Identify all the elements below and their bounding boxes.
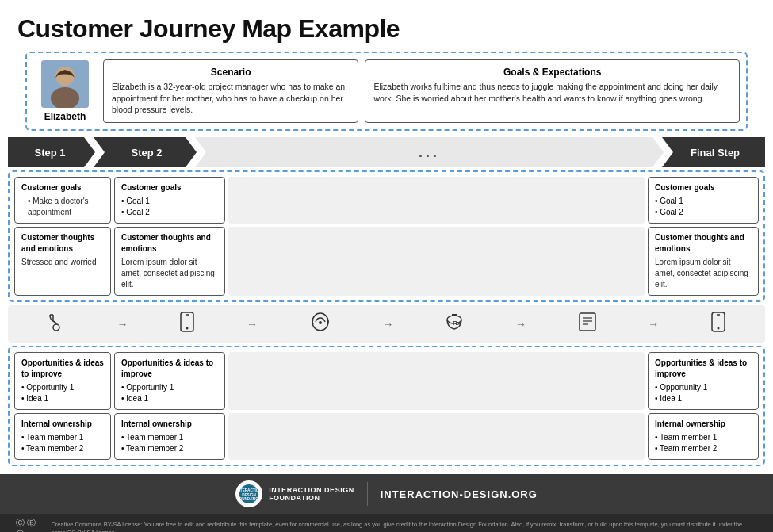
col1-goals-item1: Make a doctor's appointment (21, 196, 104, 218)
persona-name: Elizabeth (44, 111, 86, 122)
footer-url: INTERACTION-DESIGN.ORG (381, 488, 538, 500)
touchpoint-call-icon (308, 312, 332, 336)
top-section: Elizabeth Scenario Elizabeth is a 32-yea… (25, 52, 748, 131)
tp-arrow-2: → (247, 318, 258, 331)
final-step-arrow: Final Step (662, 137, 765, 167)
svg-point-7 (186, 327, 189, 330)
col1-own-title: Internal ownership (21, 419, 104, 430)
step-1-arrow: Step 1 (8, 137, 95, 167)
col2-opp-card: Opportunities & ideas to improve • Oppor… (114, 352, 225, 410)
svg-text:FOUNDATION: FOUNDATION (239, 497, 259, 501)
svg-point-1 (55, 67, 75, 86)
svg-point-3 (53, 324, 59, 331)
last-goals-card: Customer goals • Goal 1 • Goal 2 (648, 177, 759, 224)
col2-emotions-title: Customer thoughts and emotions (121, 232, 218, 255)
col1-goals-card: Customer goals Make a doctor's appointme… (14, 177, 111, 224)
steps-row: Step 1 Step 2 ... Final Step (8, 137, 765, 167)
dots-goals-spacer (228, 177, 645, 224)
touchpoint-mobile-icon (710, 312, 727, 336)
avatar (41, 60, 89, 108)
footer-divider (367, 482, 368, 506)
tp-arrow-4: → (515, 318, 526, 331)
last-own-title: Internal ownership (655, 419, 752, 430)
svg-text:Rx: Rx (453, 320, 461, 327)
touchpoints-row: → → → Rx → → (8, 305, 765, 343)
svg-rect-13 (580, 313, 595, 331)
page: Customer Journey Map Example Elizabeth S… (0, 0, 773, 532)
goals-box: Goals & Expectations Elizabeth works ful… (365, 59, 740, 123)
goals-title: Goals & Expectations (373, 67, 731, 78)
footer-logo-text: INTERACTION DESIGN FOUNDATION (269, 486, 354, 502)
svg-text:INTERACTION: INTERACTION (239, 488, 259, 492)
col2-goals-title: Customer goals (121, 182, 218, 193)
footer-cc: Ⓒ Ⓑ Ⓢ Creative Commons BY-SA license: Yo… (0, 514, 773, 532)
col1-emotions-text: Stressed and worried (21, 257, 104, 268)
col2-goals-card: Customer goals • Goal 1 • Goal 2 (114, 177, 225, 224)
persona-box: Elizabeth (33, 59, 97, 123)
touchpoint-doc-icon (577, 312, 598, 336)
goals-text: Elizabeth works fulltime and thus needs … (373, 81, 731, 104)
scenario-title: Scenario (112, 67, 350, 78)
last-opp-title: Opportunities & ideas to improve (655, 358, 752, 380)
touchpoint-rx-icon: Rx (444, 312, 465, 336)
last-emotions-text: Lorem ipsum dolor sit amet, consectet ad… (655, 257, 752, 290)
col1-opp-card: Opportunities & ideas to improve • Oppor… (14, 352, 111, 410)
dots-opp-spacer (228, 352, 645, 410)
tp-arrow-5: → (648, 318, 659, 331)
footer-logo: INTERACTIONDESIGNFOUNDATION INTERACTION … (235, 480, 354, 507)
last-own-card: Internal ownership • Team member 1 • Tea… (648, 413, 759, 460)
last-opp-card: Opportunities & ideas to improve • Oppor… (648, 352, 759, 410)
cc-text: Creative Commons BY-SA license: You are … (51, 521, 757, 532)
col1-emotions-title: Customer thoughts and emotions (21, 232, 104, 255)
footer-logo-icon: INTERACTIONDESIGNFOUNDATION (235, 480, 262, 507)
col2-own-card: Internal ownership • Team member 1 • Tea… (114, 413, 225, 460)
cc-icons: Ⓒ Ⓑ Ⓢ (16, 517, 44, 532)
last-emotions-title: Customer thoughts and emotions (655, 232, 752, 255)
dots-emotions-spacer (228, 227, 645, 296)
col2-own-title: Internal ownership (121, 419, 218, 430)
tp-arrow-1: → (117, 318, 128, 331)
col2-emotions-text: Lorem ipsum dolor sit amet, consectet ad… (121, 257, 218, 290)
touchpoint-phone-icon (178, 312, 196, 336)
touchpoint-stethoscope-icon (46, 312, 67, 336)
last-goals-title: Customer goals (655, 182, 752, 193)
opportunities-row: Opportunities & ideas to improve • Oppor… (14, 352, 759, 410)
dots-arrow: ... (195, 137, 664, 167)
bottom-section: Opportunities & ideas to improve • Oppor… (8, 346, 765, 466)
dots-own-spacer (228, 413, 645, 460)
col2-emotions-card: Customer thoughts and emotions Lorem ips… (114, 227, 225, 296)
svg-point-9 (319, 321, 322, 324)
col1-emotions-card: Customer thoughts and emotions Stressed … (14, 227, 111, 296)
emotions-row: Customer thoughts and emotions Stressed … (14, 227, 759, 296)
last-emotions-card: Customer thoughts and emotions Lorem ips… (648, 227, 759, 296)
col1-own-card: Internal ownership • Team member 1 • Tea… (14, 413, 111, 460)
footer-brand: INTERACTIONDESIGNFOUNDATION INTERACTION … (0, 474, 773, 514)
col1-opp-title: Opportunities & ideas to improve (21, 358, 104, 380)
tp-arrow-3: → (382, 318, 393, 331)
svg-point-19 (718, 327, 720, 330)
page-title: Customer Journey Map Example (0, 0, 773, 52)
scenario-text: Elizabeth is a 32-year-old project manag… (112, 81, 350, 116)
scenario-box: Scenario Elizabeth is a 32-year-old proj… (103, 59, 358, 123)
step-2-arrow: Step 2 (94, 137, 197, 167)
middle-section: Customer goals Make a doctor's appointme… (8, 170, 765, 302)
col2-opp-title: Opportunities & ideas to improve (121, 358, 218, 380)
col1-goals-title: Customer goals (21, 182, 104, 193)
goals-row: Customer goals Make a doctor's appointme… (14, 177, 759, 224)
ownership-row: Internal ownership • Team member 1 • Tea… (14, 413, 759, 460)
svg-text:DESIGN: DESIGN (242, 493, 256, 497)
